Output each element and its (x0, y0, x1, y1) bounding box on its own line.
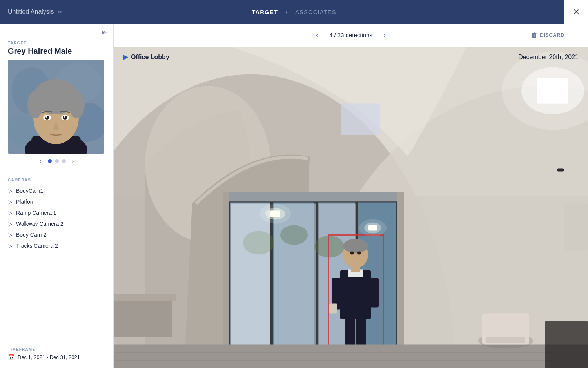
camera-icon-walkway: ▷ (8, 221, 12, 227)
camera-icon-bodycam1: ▷ (8, 188, 12, 194)
svg-point-11 (69, 91, 85, 118)
photo-dot-2 (55, 159, 59, 163)
detections-label: detections (346, 32, 372, 38)
svg-point-52 (357, 252, 361, 255)
analysis-title-area: Untitled Analysis ✏ (8, 8, 62, 15)
photo-prev-button[interactable]: ‹ (36, 157, 44, 165)
collapse-icon[interactable]: ⇤ (102, 28, 108, 37)
camera-name-platform: Platform (16, 199, 36, 205)
prev-detection-button[interactable]: ‹ (313, 29, 321, 41)
main-content: ⇤ TARGET Grey Haired Male (0, 24, 588, 368)
camera-list: ▷ BodyCam1 ▷ Platform ▷ Ramp Camera 1 ▷ … (8, 185, 105, 251)
timeframe-label: TIMEFRAME (8, 347, 105, 352)
svg-rect-39 (231, 204, 270, 349)
svg-point-37 (280, 225, 308, 245)
svg-point-66 (260, 204, 291, 224)
photo-dot-1 (48, 159, 52, 163)
svg-rect-43 (340, 270, 371, 319)
svg-rect-32 (229, 192, 397, 202)
svg-point-16 (45, 116, 47, 118)
photo-dot-3 (62, 159, 66, 163)
target-photo (8, 60, 104, 154)
photo-next-button[interactable]: › (69, 157, 77, 165)
total-detections: 23 (338, 32, 344, 38)
nav-associates[interactable]: ASSOCIATES (295, 9, 336, 15)
camera-name-ramp: Ramp Camera 1 (16, 210, 56, 216)
camera-item-ramp[interactable]: ▷ Ramp Camera 1 (8, 207, 100, 218)
location-text: Office Lobby (131, 54, 169, 61)
svg-rect-57 (114, 298, 172, 337)
svg-rect-54 (114, 345, 588, 368)
target-section: TARGET Grey Haired Male (0, 37, 113, 174)
next-detection-button[interactable]: › (380, 29, 389, 41)
main-panel: ‹ 4 / 23 detections › 🗑 DISCARD (114, 24, 588, 368)
camera-icon-platform: ▷ (8, 199, 12, 205)
svg-point-38 (314, 236, 344, 258)
timeframe-text: Dec 1, 2021 - Dec 31, 2021 (18, 354, 80, 360)
camera-list-wrapper: ▷ BodyCam1 ▷ Platform ▷ Ramp Camera 1 ▷ … (8, 185, 113, 251)
location-label: ▶ Office Lobby (123, 53, 169, 61)
lobby-scene-svg (114, 47, 588, 368)
camera-name-tracks: Tracks Camera 2 (16, 243, 58, 249)
svg-point-51 (350, 252, 354, 255)
target-photo-svg (8, 60, 104, 154)
camera-item-platform[interactable]: ▷ Platform (8, 196, 100, 207)
camera-icon-tracks: ▷ (8, 243, 12, 249)
camera-name-walkway: Walkway Camera 2 (16, 221, 64, 227)
svg-point-69 (359, 219, 387, 237)
svg-rect-61 (486, 337, 525, 343)
close-button[interactable]: ✕ (564, 0, 588, 24)
target-label: TARGET (8, 41, 105, 45)
discard-label: DISCARD (540, 32, 564, 38)
svg-rect-62 (545, 321, 588, 368)
current-detection: 4 (329, 32, 332, 38)
svg-rect-77 (557, 169, 564, 172)
svg-point-14 (45, 116, 49, 120)
camera-icon-ramp: ▷ (8, 210, 12, 216)
photo-nav: ‹ › (8, 154, 105, 169)
cameras-label: CAMERAS (8, 178, 113, 182)
camera-name-bodycam1: BodyCam1 (16, 188, 43, 194)
detection-count: 4 / 23 detections (329, 32, 372, 38)
nav-separator: / (286, 9, 287, 15)
camera-item-bodycam2[interactable]: ▷ Body Cam 2 (8, 229, 100, 240)
video-overlay: ▶ Office Lobby December 20th, 2021 (114, 47, 588, 67)
detection-nav: ‹ 4 / 23 detections › 🗑 DISCARD (114, 24, 588, 47)
svg-point-17 (64, 116, 65, 118)
location-icon: ▶ (123, 53, 128, 61)
svg-rect-58 (114, 294, 176, 301)
detection-nav-inner: ‹ 4 / 23 detections › 🗑 DISCARD (114, 29, 588, 41)
header-nav: TARGET / ASSOCIATES (252, 9, 336, 15)
camera-item-tracks[interactable]: ▷ Tracks Camera 2 (8, 240, 100, 251)
calendar-icon: 📅 (8, 354, 15, 360)
discard-icon: 🗑 (531, 32, 538, 39)
svg-rect-47 (370, 278, 379, 308)
nav-target[interactable]: TARGET (252, 9, 278, 15)
date-label: December 20th, 2021 (518, 54, 579, 61)
app-header: Untitled Analysis ✏ TARGET / ASSOCIATES … (0, 0, 588, 24)
detection-separator: / (334, 32, 337, 38)
camera-icon-bodycam2: ▷ (8, 232, 12, 238)
discard-button[interactable]: 🗑 DISCARD (531, 32, 564, 39)
timeframe-section: TIMEFRAME 📅 Dec 1, 2021 - Dec 31, 2021 (0, 341, 113, 368)
timeframe-value: 📅 Dec 1, 2021 - Dec 31, 2021 (8, 354, 105, 360)
svg-rect-74 (341, 104, 380, 135)
camera-name-bodycam2: Body Cam 2 (16, 232, 46, 238)
svg-point-15 (63, 116, 67, 120)
camera-item-bodycam1[interactable]: ▷ BodyCam1 (8, 185, 100, 196)
target-name: Grey Haired Male (8, 47, 105, 56)
sidebar: ⇤ TARGET Grey Haired Male (0, 24, 114, 368)
analysis-title: Untitled Analysis (8, 8, 54, 15)
video-container: ▶ Office Lobby December 20th, 2021 (114, 47, 588, 368)
camera-item-walkway[interactable]: ▷ Walkway Camera 2 (8, 218, 100, 229)
svg-point-10 (27, 91, 43, 118)
svg-rect-46 (329, 304, 337, 314)
svg-point-50 (343, 239, 368, 253)
cameras-section: CAMERAS ▷ BodyCam1 ▷ Platform ▷ Ramp Cam… (0, 174, 113, 341)
svg-rect-75 (564, 204, 588, 251)
edit-icon[interactable]: ✏ (58, 9, 62, 15)
sidebar-collapse-area: ⇤ (0, 24, 113, 37)
